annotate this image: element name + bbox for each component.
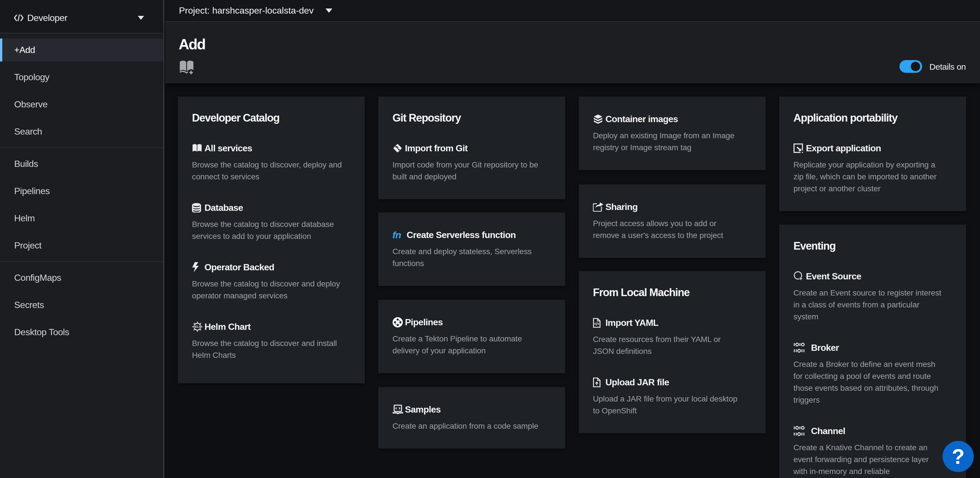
svg-text:HELM: HELM (193, 325, 202, 329)
